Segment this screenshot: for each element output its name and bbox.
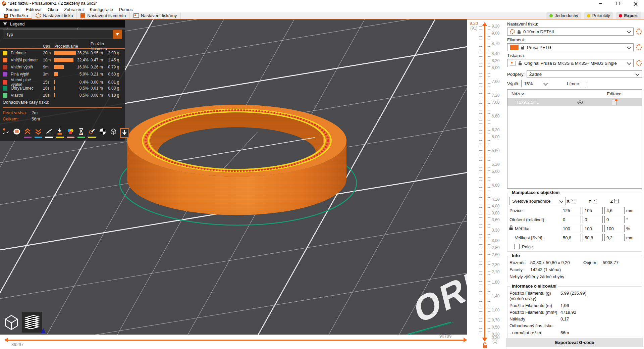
otoenrelativn-z-input[interactable]: 0 [604, 216, 625, 223]
feature-color-swatch [3, 80, 7, 85]
layer-tick-label: 3,00 [492, 238, 499, 243]
preview-view-button[interactable] [22, 312, 42, 333]
mode-expert[interactable]: Expert [616, 12, 641, 19]
pozice-x-input[interactable]: 125 [561, 207, 581, 214]
sliced-info-group: Informace o slicování Použito Filamentu … [507, 286, 642, 346]
print-settings-combo[interactable]: 0.10mm DETAIL [507, 28, 634, 36]
scale-lock-icon[interactable] [509, 225, 513, 231]
tab-printer-settings[interactable]: Nastavení tiskárny [130, 12, 181, 19]
object-list-row[interactable]: T2x9,2.STL [507, 98, 642, 106]
color-changes-icon[interactable] [66, 128, 75, 138]
slider-settings-gear-icon[interactable] [497, 343, 501, 347]
axis-reset-icon[interactable] [571, 199, 575, 203]
tab-plater[interactable]: Podložka [0, 12, 32, 19]
move-slider-right-thumb[interactable] [464, 338, 467, 342]
retractions-icon[interactable] [23, 128, 32, 138]
3d-editor-view-button[interactable] [1, 312, 21, 333]
print-settings-label: Nastavení tisku: [507, 21, 642, 27]
menu-editovat[interactable]: Editovat [23, 7, 45, 12]
legend-header[interactable]: Legend [0, 20, 125, 28]
infill-label: Výplň: [507, 81, 519, 86]
3d-viewport[interactable]: Legend Typ Čas Procentuálně Použito fila… [0, 19, 467, 335]
mtka-y-input[interactable]: 100 [583, 225, 603, 232]
edit-object-button[interactable] [587, 100, 642, 105]
mode-dot-icon [587, 14, 590, 17]
velikostsvt-x-input[interactable]: 50,8 [561, 234, 581, 241]
axis-reset-icon[interactable] [593, 199, 597, 203]
tool-changes-icon[interactable] [56, 128, 64, 138]
restore-icon [616, 2, 620, 5]
printed-object[interactable] [113, 100, 372, 258]
layer-tick-label: 7,00 [492, 100, 499, 105]
mode-jednoduchý[interactable]: Jednoduchý [546, 12, 581, 19]
sliced-info-row: Použito Filamentu (mm³)4718,92 [509, 310, 640, 315]
pause-prints-icon[interactable] [77, 128, 86, 138]
layer-slider-track[interactable] [484, 26, 485, 338]
filament-gear-icon[interactable] [636, 44, 642, 50]
travels-icon[interactable] [2, 128, 10, 138]
seams-icon[interactable] [45, 128, 53, 138]
shells-icon[interactable] [109, 128, 118, 138]
filament-combo[interactable]: Prusa PETG [507, 43, 634, 51]
filament-value: Prusa PETG [527, 45, 551, 50]
chevron-down-icon [635, 72, 640, 76]
print-settings-gear-icon[interactable] [636, 29, 642, 35]
total-time: Celkem:56m [0, 116, 125, 122]
menu-okno[interactable]: Okno [45, 7, 61, 12]
layer-slider-top-thumb[interactable] [482, 22, 487, 26]
visibility-toggle[interactable] [573, 100, 587, 104]
tab-print-settings[interactable]: Nastavení tisku [32, 12, 77, 19]
wipe-icon[interactable] [13, 128, 21, 138]
infill-combo[interactable]: 15% [521, 80, 550, 87]
axis-reset-icon[interactable] [614, 199, 619, 203]
layer-tick-label: 5,20 [492, 162, 499, 167]
sliced-info-row: Odhadovaný čas tisku: [509, 323, 640, 329]
sliced-info-row: Použito Filamentu (m)1,96 [509, 303, 640, 308]
chevron-down-icon [559, 199, 564, 203]
menu-zobrazení[interactable]: Zobrazení [61, 7, 87, 12]
close-button[interactable] [627, 0, 644, 7]
menu-soubor[interactable]: Soubor [3, 7, 23, 12]
custom-gcode-icon[interactable] [88, 128, 96, 138]
restore-button[interactable] [609, 0, 627, 7]
brim-checkbox[interactable] [582, 81, 587, 86]
supports-combo[interactable]: Žádné [527, 70, 642, 78]
brim-label: Límec: [567, 81, 580, 86]
mtka-x-input[interactable]: 100 [561, 225, 581, 232]
bed-origin-marker [41, 328, 46, 333]
layer-slider-bottom-thumb[interactable] [482, 338, 487, 342]
pozice-z-input[interactable]: 4,6 [604, 207, 625, 214]
legend-visibility-icon[interactable] [120, 128, 129, 138]
menu-pomoc[interactable]: Pomoc [116, 7, 136, 12]
view-type-dropdown-button[interactable] [113, 30, 122, 39]
view-type-select[interactable]: Typ [3, 30, 122, 39]
export-gcode-button[interactable]: Exportovat G-code [506, 338, 643, 347]
printer-settings-icon [133, 13, 139, 18]
minimize-button[interactable] [592, 0, 609, 7]
minimize-icon [599, 3, 602, 4]
velikostsvt-y-input[interactable]: 50,8 [583, 234, 603, 241]
menu-konfigurace[interactable]: Konfigurace [87, 7, 116, 12]
coordinates-combo[interactable]: Světové souřadnice [509, 197, 566, 205]
layer-ticks-right [488, 26, 490, 338]
move-slider-left-thumb[interactable] [4, 338, 8, 342]
pozice-y-input[interactable]: 105 [583, 207, 603, 214]
manipulation-row: Velikost [Svět]:50,850,89,2mm [509, 234, 640, 241]
otoenrelativn-y-input[interactable]: 0 [583, 216, 603, 223]
menu-bar: SouborEditovatOknoZobrazeníKonfiguracePo… [0, 7, 644, 12]
unlock-icon[interactable] [482, 342, 488, 349]
layer-tick-label: 6,20 [492, 128, 499, 132]
deretractions-icon[interactable] [34, 128, 43, 138]
center-of-mass-icon[interactable] [99, 128, 107, 138]
layer-ticks-left [479, 26, 482, 338]
move-slider-track[interactable] [8, 340, 464, 341]
first-layer-time: První vrstva:2m [0, 109, 125, 116]
mtka-z-input[interactable]: 100 [604, 225, 625, 232]
printer-gear-icon[interactable] [636, 60, 642, 66]
velikostsvt-z-input[interactable]: 9,2 [604, 234, 625, 241]
printer-combo[interactable]: Original Prusa i3 MK3S & MK3S+ MMU3 Sing… [507, 59, 634, 67]
tab-filament-settings[interactable]: Nastavení filamentu [77, 12, 130, 19]
otoenrelativn-x-input[interactable]: 0 [561, 216, 581, 223]
inches-checkbox[interactable] [514, 244, 520, 249]
mode-pokročilý[interactable]: Pokročilý [584, 12, 613, 19]
